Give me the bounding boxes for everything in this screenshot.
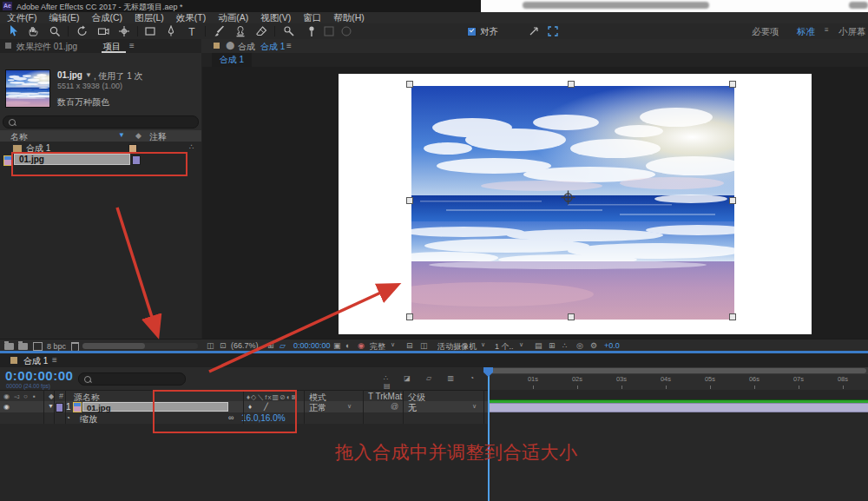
menu-composition[interactable]: 合成(C) bbox=[91, 12, 122, 24]
project-search-input[interactable] bbox=[3, 115, 199, 129]
trkmat-column[interactable]: T TrkMat bbox=[368, 392, 402, 401]
view-layout-dropdown-icon[interactable]: ∨ bbox=[519, 341, 523, 348]
menu-animation[interactable]: 动画(A) bbox=[218, 12, 248, 24]
pixel-aspect-icon[interactable]: ▤ bbox=[535, 341, 542, 350]
resolution-dropdown-icon[interactable]: ∨ bbox=[391, 341, 395, 348]
menu-effect[interactable]: 效果(T) bbox=[176, 12, 206, 24]
pan-behind-tool-icon[interactable] bbox=[118, 25, 130, 37]
mask-visibility-icon[interactable]: ▱ bbox=[279, 341, 286, 350]
comp-flowchart-icon[interactable]: ∴ bbox=[189, 142, 194, 151]
menu-view[interactable]: 视图(V) bbox=[260, 12, 291, 24]
bit-depth-label[interactable]: 8 bpc bbox=[47, 342, 66, 351]
layer-duration-bar[interactable] bbox=[489, 403, 868, 412]
time-ruler[interactable]: 01s 02s 03s 04s 05s 06s 07s 08s bbox=[489, 367, 868, 390]
scale-property-row[interactable]: ◔ 缩放 ∞ 16.0,16.0% bbox=[0, 412, 489, 424]
comp-panel-menu-icon[interactable]: ≡ bbox=[286, 41, 292, 50]
handle-top-center[interactable] bbox=[568, 81, 575, 88]
pen-tool-icon[interactable] bbox=[165, 25, 177, 37]
transparency-grid-icon[interactable]: ◫ bbox=[420, 341, 428, 350]
layer-name[interactable]: 01.jpg bbox=[82, 402, 228, 412]
snap-checkbox[interactable] bbox=[467, 27, 477, 36]
project-panel-menu-icon[interactable]: ≡ bbox=[129, 41, 135, 50]
new-composition-icon[interactable] bbox=[18, 343, 28, 350]
parent-pickwhip-icon[interactable]: @ bbox=[391, 402, 398, 411]
preview-timecode[interactable]: 0:00:00:00 bbox=[293, 341, 331, 350]
playhead-line[interactable] bbox=[488, 367, 490, 501]
show-channels-icon[interactable]: ◉ bbox=[358, 341, 365, 350]
menu-window[interactable]: 窗口 bbox=[303, 12, 321, 24]
handle-top-left[interactable] bbox=[406, 81, 413, 88]
monitor-icon[interactable]: ⊡ bbox=[220, 341, 227, 350]
snap-to-feature-icon[interactable] bbox=[547, 25, 559, 37]
viewer-lock-icon[interactable]: ◫ bbox=[207, 341, 214, 350]
new-folder-icon[interactable] bbox=[4, 343, 14, 350]
project-row-comp[interactable]: 合成 1 ∴ bbox=[0, 142, 201, 154]
label-chip[interactable] bbox=[132, 155, 141, 165]
eraser-tool-icon[interactable] bbox=[255, 25, 267, 37]
solo-switch-icon[interactable]: ○ bbox=[23, 392, 28, 400]
number-column-icon[interactable]: # bbox=[59, 392, 63, 400]
current-timecode[interactable]: 0:00:00:00 bbox=[5, 368, 73, 383]
tab-effect-controls[interactable]: 效果控件 01.jpg bbox=[16, 41, 77, 53]
brush-tool-icon[interactable] bbox=[214, 25, 226, 37]
magnification-value[interactable]: (66.7%) bbox=[231, 341, 259, 350]
menu-help[interactable]: 帮助(H) bbox=[333, 12, 365, 24]
comp-header-name[interactable]: 合成 1 bbox=[260, 41, 285, 53]
hand-tool-icon[interactable] bbox=[28, 25, 40, 37]
handle-bottom-center[interactable] bbox=[568, 313, 575, 320]
exposure-value[interactable]: +0.0 bbox=[604, 341, 620, 350]
timeline-panel-menu-icon[interactable]: ≡ bbox=[52, 355, 57, 365]
project-settings-icon[interactable] bbox=[33, 342, 43, 351]
workspace-tab-essentials[interactable]: 必要项 bbox=[752, 26, 779, 38]
menu-edit[interactable]: 编辑(E) bbox=[49, 12, 79, 24]
clone-stamp-tool-icon[interactable] bbox=[234, 25, 247, 37]
shape-tool-icon[interactable] bbox=[144, 25, 156, 37]
fast-previews-icon[interactable]: ⊞ bbox=[549, 341, 556, 350]
workspace-menu-icon[interactable]: ≡ bbox=[825, 26, 829, 34]
roto-brush-tool-icon[interactable] bbox=[283, 25, 295, 37]
audio-switch-icon[interactable]: ◅ bbox=[14, 392, 19, 400]
caret-icon[interactable]: ▼ bbox=[85, 71, 92, 79]
lock-icon[interactable]: ⬤ bbox=[226, 41, 234, 49]
timeline-search-input[interactable] bbox=[78, 372, 186, 386]
timeline-tab[interactable]: 合成 1 bbox=[23, 355, 48, 367]
layer-row[interactable]: ◉ ▼ 1 01.jpg ♦ ╱ 正常 ∨ @ 无 ∨ bbox=[0, 401, 489, 412]
layer-label-chip[interactable] bbox=[56, 403, 63, 412]
handle-middle-right[interactable] bbox=[729, 197, 736, 204]
layer-visibility-icon[interactable]: ◉ bbox=[3, 403, 10, 411]
puppet-pin-tool-icon[interactable] bbox=[306, 25, 318, 37]
sort-icon[interactable]: ▼ bbox=[118, 131, 125, 139]
label-column-icon[interactable]: ◆ bbox=[135, 131, 141, 140]
exposure-gear-icon[interactable]: ⚙ bbox=[590, 341, 597, 350]
timeline-button-icon[interactable]: ∴ bbox=[562, 341, 568, 350]
rotation-tool-icon[interactable] bbox=[76, 25, 89, 37]
time-navigator-track[interactable] bbox=[489, 367, 868, 374]
anchor-point-icon[interactable] bbox=[561, 190, 575, 205]
comp-tab[interactable]: 合成 1 bbox=[212, 53, 252, 67]
flowchart-button-icon[interactable]: ◎ bbox=[576, 341, 583, 350]
expand-arrow-icon[interactable]: ▼ bbox=[48, 403, 54, 409]
show-snapshot-icon[interactable]: ◐ bbox=[345, 341, 350, 350]
handle-top-right[interactable] bbox=[729, 81, 736, 88]
handle-middle-left[interactable] bbox=[406, 197, 413, 204]
parent-dropdown-icon[interactable]: ∨ bbox=[472, 403, 477, 410]
scrollbar-thumb[interactable] bbox=[82, 343, 145, 349]
stopwatch-icon[interactable]: ◔ bbox=[66, 414, 70, 422]
scale-value[interactable]: 16.0,16.0% bbox=[241, 413, 286, 423]
type-tool-icon[interactable]: T bbox=[186, 25, 198, 37]
snapshot-icon[interactable]: ▣ bbox=[333, 341, 341, 350]
quality-switch-icon[interactable]: ♦ bbox=[248, 403, 252, 411]
handle-bottom-right[interactable] bbox=[729, 313, 736, 320]
link-dimensions-icon[interactable]: ∞ bbox=[228, 413, 233, 422]
mode-dropdown-icon[interactable]: ∨ bbox=[347, 403, 352, 410]
footage-thumbnail[interactable] bbox=[5, 69, 50, 108]
workspace-tab-standard[interactable]: 标准 bbox=[797, 26, 815, 38]
time-navigator-thumb[interactable] bbox=[490, 368, 866, 373]
timeline-toggle-icons[interactable]: ∴ ◪ ▱ ▥ ◔ ▤ bbox=[384, 374, 489, 390]
handle-bottom-left[interactable] bbox=[406, 313, 413, 320]
menu-layer[interactable]: 图层(L) bbox=[135, 12, 164, 24]
lock-switch-icon[interactable]: ▪ bbox=[33, 392, 36, 400]
project-row-footage[interactable]: 01.jpg bbox=[0, 154, 201, 165]
snap-options-icon[interactable] bbox=[528, 25, 540, 37]
menu-file[interactable]: 文件(F) bbox=[7, 12, 36, 24]
